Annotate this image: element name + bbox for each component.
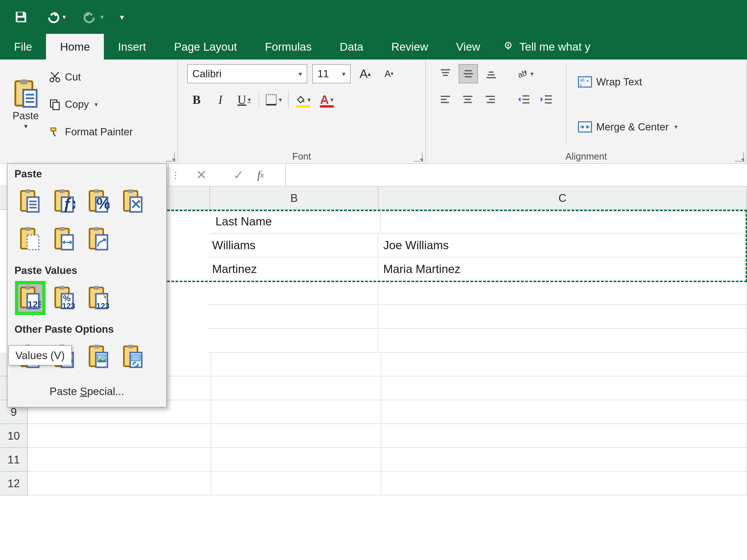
paste-option-transpose-icon[interactable] bbox=[85, 224, 112, 254]
cell-c1[interactable] bbox=[381, 210, 747, 234]
font-dialog-launcher-icon[interactable] bbox=[414, 153, 422, 161]
ribbon: Paste ▾ Cut Copy ▾ Format Painter bbox=[0, 59, 747, 164]
tab-view[interactable]: View bbox=[442, 34, 494, 59]
cell-c2[interactable]: Joe Williams bbox=[378, 234, 747, 257]
redo-icon[interactable]: ▾ bbox=[82, 10, 104, 24]
font-size-value: 11 bbox=[317, 68, 329, 80]
paste-option-picture-icon[interactable] bbox=[85, 342, 112, 372]
cell-b2[interactable]: Williams bbox=[207, 234, 378, 257]
align-top-icon[interactable] bbox=[436, 64, 455, 83]
underline-button[interactable]: U▾ bbox=[235, 90, 254, 109]
svg-rect-63 bbox=[25, 227, 30, 231]
fill-color-button[interactable]: ▾ bbox=[294, 90, 312, 109]
tab-file[interactable]: File bbox=[0, 34, 46, 59]
tab-page-layout[interactable]: Page Layout bbox=[160, 34, 251, 59]
align-bottom-icon[interactable] bbox=[482, 64, 500, 83]
italic-button[interactable]: I bbox=[211, 90, 230, 109]
increase-font-icon[interactable]: A▴ bbox=[356, 64, 375, 83]
chevron-down-icon[interactable]: ▾ bbox=[674, 123, 678, 131]
paste-option-linked-picture-icon[interactable] bbox=[120, 342, 147, 372]
svg-rect-5 bbox=[20, 79, 28, 84]
col-header-b[interactable]: B bbox=[210, 186, 379, 210]
chevron-down-icon: ▾ bbox=[299, 70, 302, 78]
cut-button[interactable]: Cut bbox=[49, 71, 133, 83]
font-group-label: Font bbox=[292, 151, 311, 162]
paste-section-label: Paste bbox=[7, 164, 166, 184]
align-center-icon[interactable] bbox=[459, 90, 477, 108]
wrap-text-label: Wrap Text bbox=[596, 76, 642, 88]
bold-button[interactable]: B bbox=[187, 90, 206, 109]
tab-formulas[interactable]: Formulas bbox=[251, 34, 326, 59]
align-right-icon[interactable] bbox=[481, 90, 499, 108]
align-left-icon[interactable] bbox=[436, 90, 455, 108]
tab-home[interactable]: Home bbox=[46, 34, 104, 59]
save-icon[interactable] bbox=[14, 10, 28, 24]
tab-insert[interactable]: Insert bbox=[104, 34, 160, 59]
paste-dropdown-icon[interactable]: ▾ bbox=[24, 122, 28, 130]
tab-review[interactable]: Review bbox=[377, 34, 442, 59]
cell-c3[interactable]: Maria Martinez bbox=[378, 257, 747, 281]
paste-option-formulas-number-fmt-icon[interactable]: %ƒx bbox=[85, 186, 112, 216]
paste-option-values-source-fmt-icon[interactable]: 123 bbox=[85, 283, 112, 313]
decrease-indent-icon[interactable] bbox=[515, 90, 533, 108]
copy-dropdown-icon[interactable]: ▾ bbox=[95, 101, 98, 108]
orientation-button[interactable]: ab▾ bbox=[516, 64, 534, 83]
format-painter-button[interactable]: Format Painter bbox=[49, 126, 133, 138]
paste-option-values-number-fmt-icon[interactable]: %123 bbox=[51, 283, 78, 313]
wrap-text-button[interactable]: abc Wrap Text bbox=[578, 76, 678, 88]
cancel-formula-icon[interactable]: ✕ bbox=[183, 167, 220, 183]
svg-text:c: c bbox=[580, 82, 582, 87]
clipboard-dialog-launcher-icon[interactable] bbox=[166, 153, 175, 161]
paste-option-paste-icon[interactable] bbox=[17, 186, 44, 216]
group-clipboard: Paste ▾ Cut Copy ▾ Format Painter bbox=[0, 59, 178, 163]
enter-formula-icon[interactable]: ✓ bbox=[220, 167, 257, 183]
row-header-11[interactable]: 11 bbox=[0, 448, 28, 472]
paste-button[interactable]: Paste ▾ bbox=[8, 79, 43, 130]
ribbon-tabs: File Home Insert Page Layout Formulas Da… bbox=[0, 34, 747, 59]
svg-text:123: 123 bbox=[28, 299, 41, 310]
svg-rect-60 bbox=[128, 189, 133, 193]
cut-label: Cut bbox=[65, 71, 81, 83]
paste-special-menuitem[interactable]: Paste Special... bbox=[7, 378, 166, 407]
tab-data[interactable]: Data bbox=[326, 34, 377, 59]
alignment-dialog-launcher-icon[interactable] bbox=[735, 153, 744, 161]
row-header-10[interactable]: 10 bbox=[0, 424, 28, 448]
borders-button[interactable]: ▾ bbox=[264, 90, 283, 109]
decrease-font-icon[interactable]: A▾ bbox=[380, 64, 398, 83]
undo-icon[interactable]: ▾ bbox=[44, 10, 66, 24]
separator bbox=[288, 90, 288, 109]
font-color-button[interactable]: A▾ bbox=[317, 90, 336, 109]
font-size-combo[interactable]: 11 ▾ bbox=[312, 64, 351, 83]
svg-rect-52 bbox=[59, 189, 65, 193]
font-name-value: Calibri bbox=[192, 68, 222, 80]
formula-input[interactable] bbox=[285, 164, 747, 186]
svg-rect-66 bbox=[59, 227, 65, 231]
group-font: Calibri ▾ 11 ▾ A▴ A▾ B I U▾ ▾ bbox=[178, 59, 426, 163]
col-header-c[interactable]: C bbox=[379, 186, 747, 210]
tell-me-search[interactable]: Tell me what y bbox=[504, 41, 590, 53]
row-header-12[interactable]: 12 bbox=[0, 472, 28, 496]
copy-button[interactable]: Copy ▾ bbox=[49, 99, 133, 110]
cell-b3[interactable]: Martinez bbox=[207, 257, 378, 281]
svg-rect-69 bbox=[94, 227, 99, 231]
align-middle-icon[interactable] bbox=[459, 64, 478, 83]
row-12: 12 bbox=[0, 472, 747, 496]
paste-option-keep-col-widths-icon[interactable] bbox=[51, 224, 78, 254]
font-name-combo[interactable]: Calibri ▾ bbox=[187, 64, 307, 83]
paste-label: Paste bbox=[12, 110, 39, 122]
paste-option-values-icon[interactable]: 123 bbox=[17, 283, 44, 313]
svg-text:ab: ab bbox=[517, 68, 528, 80]
cell-b1[interactable]: Last Name bbox=[210, 210, 381, 234]
row-11: 11 bbox=[0, 448, 747, 472]
paste-option-keep-source-fmt-icon[interactable] bbox=[120, 186, 147, 216]
paste-option-no-borders-icon[interactable] bbox=[17, 224, 44, 254]
insert-function-icon[interactable]: fx bbox=[257, 168, 285, 181]
merge-center-label: Merge & Center bbox=[596, 121, 669, 133]
merge-center-button[interactable]: Merge & Center ▾ bbox=[578, 121, 678, 133]
svg-text:ƒx: ƒx bbox=[63, 195, 75, 212]
svg-point-3 bbox=[507, 44, 509, 46]
customize-qat-icon[interactable]: ▾ bbox=[120, 12, 124, 22]
quick-access-toolbar: ▾ ▾ ▾ bbox=[0, 0, 747, 34]
paste-option-formulas-icon[interactable]: ƒx bbox=[51, 186, 78, 216]
increase-indent-icon[interactable] bbox=[537, 90, 555, 108]
